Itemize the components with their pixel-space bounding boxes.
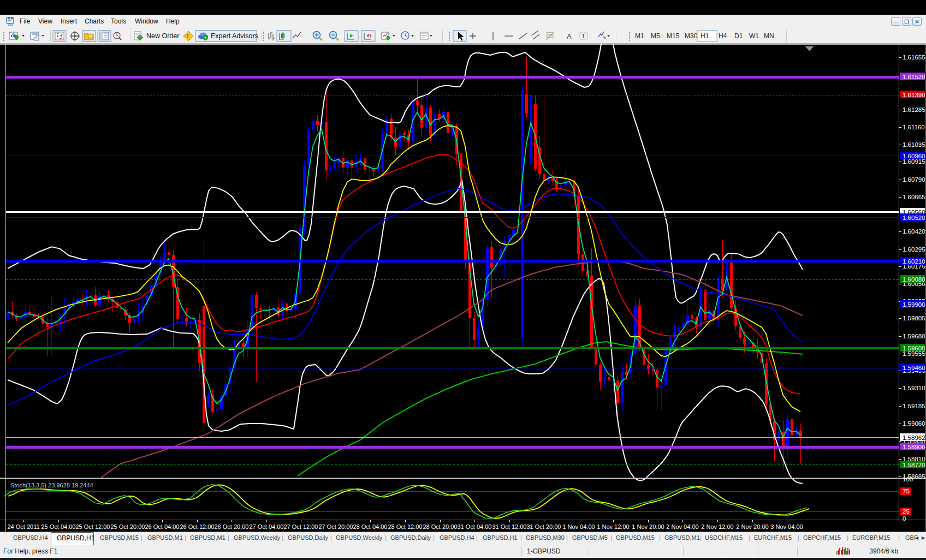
svg-text:24 Oct 2011: 24 Oct 2011 (7, 523, 39, 530)
svg-text:27 Oct 12:00: 27 Oct 12:00 (284, 523, 318, 530)
svg-text:T: T (581, 33, 585, 39)
svg-text:1.58962: 1.58962 (903, 434, 925, 441)
svg-text:28 Oct 12:00: 28 Oct 12:00 (388, 523, 423, 530)
svg-text:1.59060: 1.59060 (903, 420, 925, 427)
svg-text:26 Oct 12:00: 26 Oct 12:00 (180, 523, 215, 530)
svg-text:1 Nov 12:00: 1 Nov 12:00 (597, 523, 629, 530)
svg-text:1.61035: 1.61035 (903, 141, 925, 148)
svg-text:25: 25 (903, 508, 910, 515)
svg-text:1.61655: 1.61655 (903, 54, 925, 61)
svg-text:Stoch(13,3,5) 23.9628 19.2444: Stoch(13,3,5) 23.9628 19.2444 (10, 482, 93, 488)
svg-text:A: A (567, 32, 572, 40)
svg-text:1.60420: 1.60420 (903, 228, 925, 235)
svg-text:27 Oct 20:00: 27 Oct 20:00 (319, 523, 353, 530)
svg-text:3 Nov 04:00: 3 Nov 04:00 (770, 523, 803, 530)
svg-text:Expert Advisors: Expert Advisors (211, 32, 258, 40)
svg-text:1 Nov 20:00: 1 Nov 20:00 (632, 523, 664, 530)
svg-text:28 Oct 04:00: 28 Oct 04:00 (353, 523, 388, 530)
svg-text:W1: W1 (749, 32, 759, 40)
svg-text:1.60295: 1.60295 (903, 246, 925, 253)
svg-text:75: 75 (903, 488, 910, 495)
svg-text:1.60790: 1.60790 (903, 176, 925, 183)
svg-text:New Order: New Order (146, 32, 179, 40)
svg-text:1.61390: 1.61390 (903, 92, 925, 98)
svg-text:1.60665: 1.60665 (903, 194, 925, 200)
svg-text:1.59805: 1.59805 (903, 315, 925, 321)
svg-text:27 Oct 04:00: 27 Oct 04:00 (250, 523, 284, 530)
svg-text:28 Oct 20:00: 28 Oct 20:00 (423, 523, 458, 530)
svg-text:1.60210: 1.60210 (903, 258, 925, 265)
svg-text:2 Nov 12:00: 2 Nov 12:00 (701, 523, 733, 530)
svg-text:25 Oct 04:00: 25 Oct 04:00 (41, 523, 76, 530)
svg-text:M15: M15 (667, 32, 680, 40)
svg-text:0: 0 (903, 515, 906, 522)
svg-text:D1: D1 (734, 32, 743, 40)
svg-text:H4: H4 (719, 32, 727, 40)
svg-text:25 Oct 12:00: 25 Oct 12:00 (76, 523, 110, 530)
svg-text:1.60520: 1.60520 (903, 215, 925, 221)
svg-text:1.60960: 1.60960 (903, 153, 925, 159)
svg-text:26 Oct 20:00: 26 Oct 20:00 (215, 523, 249, 530)
svg-text:1.58900: 1.58900 (903, 444, 925, 450)
svg-text:1.61285: 1.61285 (903, 106, 925, 113)
svg-text:1.61160: 1.61160 (903, 124, 925, 130)
svg-text:1.61520: 1.61520 (903, 74, 925, 80)
svg-text:1.58770: 1.58770 (903, 462, 925, 468)
svg-text:1.59460: 1.59460 (903, 365, 925, 371)
svg-text:M30: M30 (685, 32, 698, 40)
svg-text:1.59310: 1.59310 (903, 385, 925, 391)
svg-text:1.59600: 1.59600 (903, 345, 925, 352)
svg-text:100: 100 (903, 476, 913, 482)
svg-text:M5: M5 (651, 32, 660, 40)
svg-text:M1: M1 (635, 32, 644, 40)
svg-text:2 Nov 20:00: 2 Nov 20:00 (736, 523, 768, 530)
svg-text:1.59680: 1.59680 (903, 333, 925, 339)
svg-text:1.59900: 1.59900 (903, 301, 925, 308)
svg-text:1.59185: 1.59185 (903, 403, 925, 409)
svg-text:31 Oct 04:00: 31 Oct 04:00 (458, 523, 492, 530)
svg-text:25 Oct 20:00: 25 Oct 20:00 (111, 523, 145, 530)
svg-text:31 Oct 20:00: 31 Oct 20:00 (527, 523, 561, 530)
svg-text:26 Oct 04:00: 26 Oct 04:00 (145, 523, 180, 530)
svg-text:MN: MN (764, 32, 774, 40)
svg-text:1 Nov 04:00: 1 Nov 04:00 (562, 523, 595, 530)
svg-text:2 Nov 04:00: 2 Nov 04:00 (666, 523, 698, 530)
svg-text:!: ! (187, 33, 189, 39)
svg-text:1.60080: 1.60080 (903, 276, 925, 283)
svg-text:31 Oct 12:00: 31 Oct 12:00 (492, 523, 527, 530)
svg-text:H1: H1 (701, 32, 709, 40)
